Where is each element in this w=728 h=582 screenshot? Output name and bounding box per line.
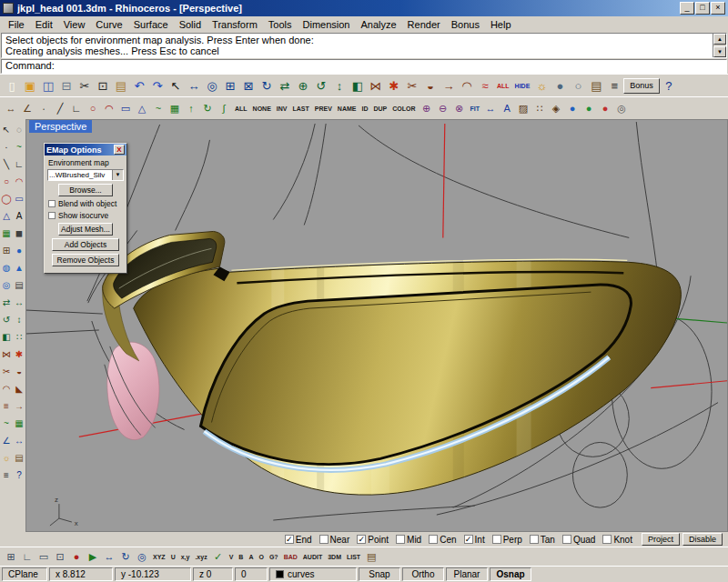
polygon-tool-icon[interactable]: △	[0, 207, 13, 225]
array-tool-icon[interactable]: ∷	[13, 328, 25, 346]
explode-tool-icon[interactable]: ✱	[13, 346, 25, 363]
scroll-down-icon[interactable]: ▼	[713, 46, 726, 57]
menu-item-curve[interactable]: Curve	[90, 18, 127, 31]
redo-icon[interactable]: ↷	[148, 76, 167, 95]
help-icon[interactable]: ?	[660, 76, 678, 95]
grid-snap-icon[interactable]: ⊞	[3, 548, 19, 566]
torus-tool-icon[interactable]: ◎	[0, 276, 13, 294]
visibility-icon[interactable]: V	[227, 548, 237, 566]
select-icon[interactable]: ↖	[167, 76, 185, 95]
help-tool-icon[interactable]: ?	[13, 467, 25, 484]
circle-icon[interactable]: ○	[85, 100, 101, 117]
zoom-bottom-icon[interactable]: ◎	[134, 548, 150, 566]
polygon-icon[interactable]: △	[134, 100, 150, 117]
browse-button[interactable]: Browse...	[58, 184, 113, 196]
geometry-check-icon[interactable]: G?	[267, 548, 281, 566]
layers-icon[interactable]: ▤	[587, 76, 605, 95]
cone-tool-icon[interactable]: ▲	[13, 259, 25, 276]
cylinder-tool-icon[interactable]: ◍	[0, 259, 13, 276]
wireframe-view-icon[interactable]: ○	[569, 76, 587, 95]
mirror-icon[interactable]: ◧	[349, 76, 367, 95]
check-icon[interactable]: ✓	[210, 548, 227, 566]
text-object-icon[interactable]: A	[13, 207, 25, 225]
status-toggle-osnap[interactable]: Osnap	[490, 567, 531, 581]
viewport-title-perspective[interactable]: Perspective	[29, 120, 92, 133]
point-xyz-icon[interactable]: .xyz	[192, 548, 209, 566]
rectangle-tool-icon[interactable]: ▭	[13, 190, 25, 207]
array-icon[interactable]: ∷	[531, 100, 548, 117]
move-tool-icon[interactable]: ↔	[13, 294, 25, 311]
osnap-toggle-near[interactable]: Near	[319, 535, 350, 545]
select-none-icon[interactable]: NONE	[250, 100, 274, 117]
perspective-viewport[interactable]: Perspective	[25, 119, 728, 532]
menu-item-solid[interactable]: Solid	[174, 18, 207, 31]
extend-tool-icon[interactable]: →	[13, 397, 25, 415]
curve-edit-icon[interactable]: ~	[0, 415, 13, 432]
osnap-toggle-tan[interactable]: Tan	[530, 535, 555, 545]
curve-tool-icon[interactable]: ~	[13, 138, 25, 156]
cplane-pane[interactable]: CPlane	[2, 567, 47, 581]
surface-tool-icon[interactable]: ▦	[0, 225, 13, 242]
menu-item-view[interactable]: View	[58, 18, 91, 31]
menu-item-transform[interactable]: Transform	[207, 18, 263, 31]
pan-view-icon[interactable]: ↔	[185, 76, 203, 95]
menu-item-edit[interactable]: Edit	[30, 18, 58, 31]
sphere-blue-icon[interactable]: ●	[564, 100, 581, 117]
boolean-union-icon[interactable]: ⊕	[419, 100, 435, 117]
select-duplicates-icon[interactable]: DUP	[370, 100, 389, 117]
select-invert-icon[interactable]: INV	[274, 100, 290, 117]
status-toggle-planar[interactable]: Planar	[446, 567, 488, 581]
sphere-red-icon[interactable]: ●	[597, 100, 613, 117]
play-icon[interactable]: ▶	[85, 548, 101, 566]
menu-item-file[interactable]: File	[3, 18, 30, 31]
record-history-icon[interactable]: ●	[68, 548, 85, 566]
dimension-icon[interactable]: ↔	[13, 432, 25, 449]
boolean-difference-icon[interactable]: ⊖	[435, 100, 451, 117]
bad-audit-icon[interactable]: BAD	[281, 548, 300, 566]
line-tool-icon[interactable]: ╲	[0, 156, 13, 173]
fillet-icon[interactable]: ◠	[458, 76, 476, 95]
explode-icon[interactable]: ✱	[385, 76, 403, 95]
menu-item-surface[interactable]: Surface	[128, 18, 174, 31]
mesh-tool-icon[interactable]: ▤	[13, 276, 25, 294]
hide-icon[interactable]: HIDE	[512, 77, 533, 95]
notes-icon[interactable]: ▤	[363, 548, 379, 566]
disable-button[interactable]: Disable	[682, 533, 723, 546]
audit-icon[interactable]: A	[246, 548, 256, 566]
analyze-icon[interactable]: ∠	[0, 432, 13, 449]
rotate-bottom-icon[interactable]: ↻	[117, 548, 134, 566]
title-bar[interactable]: jkpl_head 001.3dm - Rhinoceros - [Perspe…	[0, 0, 728, 16]
emap-dialog-titlebar[interactable]: EMap Options X	[45, 144, 126, 156]
select-previous-icon[interactable]: PREV	[312, 100, 335, 117]
box-tool-icon[interactable]: ⊞	[0, 242, 13, 259]
sphere-tool-icon[interactable]: ●	[13, 242, 25, 259]
point-tool-icon[interactable]: ∙	[0, 138, 13, 156]
freeform-curve-icon[interactable]: ~	[150, 100, 167, 117]
viewport-canvas[interactable]: z x	[26, 120, 727, 531]
audit-3dm-icon[interactable]: 3DM	[325, 548, 344, 566]
environment-map-select[interactable]: ...WBrushed_Silv ▼	[47, 169, 124, 181]
split-tool-icon[interactable]: ◒	[13, 363, 25, 380]
osnap-toggle-cen[interactable]: Cen	[429, 535, 456, 545]
osnap-toggle-perp[interactable]: Perp	[492, 535, 522, 545]
rotate-tool-icon[interactable]: ↺	[0, 311, 13, 328]
blend-with-object-checkbox[interactable]: Blend with object	[48, 199, 123, 208]
list-icon[interactable]: LIST	[344, 548, 363, 566]
osnap-toggle-quad[interactable]: Quad	[562, 535, 595, 545]
menu-item-analyze[interactable]: Analyze	[355, 18, 401, 31]
surface-edit-icon[interactable]: ▦	[13, 415, 25, 432]
objects-icon[interactable]: O	[256, 548, 266, 566]
move-icon[interactable]: ⇄	[276, 76, 294, 95]
zoom-extents-icon[interactable]: ⊠	[239, 76, 258, 95]
select-all-filter-icon[interactable]: ALL	[232, 100, 250, 117]
osnap-toggle-int[interactable]: ✓Int	[464, 535, 485, 545]
world-xyz-icon[interactable]: XYZ	[150, 548, 168, 566]
join-tool-icon[interactable]: ⋈	[0, 346, 13, 363]
pan-bottom-icon[interactable]: ↔	[101, 548, 117, 566]
bonus-icon[interactable]: Bonus	[623, 78, 660, 94]
remove-objects-button[interactable]: Remove Objects	[52, 254, 119, 266]
offset-tool-icon[interactable]: ≡	[0, 397, 13, 415]
fillet-tool-icon[interactable]: ◠	[0, 380, 13, 397]
zoom-window-icon[interactable]: ⊞	[221, 76, 239, 95]
camera-icon[interactable]: ◎	[613, 100, 630, 117]
